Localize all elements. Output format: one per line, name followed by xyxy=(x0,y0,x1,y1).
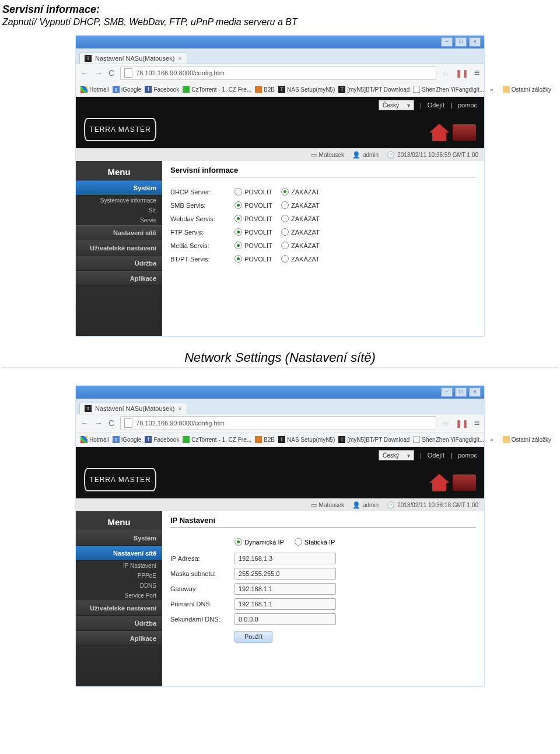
sidebar-item-netset[interactable]: Nastavení sítě xyxy=(76,546,162,561)
help-link[interactable]: pomoc xyxy=(458,452,477,459)
bookmark-star-icon[interactable]: ☆ xyxy=(442,68,450,78)
bookmark-igoogle[interactable]: giGoogle xyxy=(113,436,141,443)
sidebar-sub-net[interactable]: Síť xyxy=(76,205,162,215)
radio-enable[interactable]: POVOLIT xyxy=(235,228,281,236)
radio-enable[interactable]: POVOLIT xyxy=(235,255,281,263)
home-icon[interactable] xyxy=(429,474,449,491)
bookmark-hotmail[interactable]: Hotmail xyxy=(80,436,109,443)
ip-input[interactable]: 192.168.1.1 xyxy=(235,583,336,595)
sidebar-item-userset[interactable]: Uživatelské nastavení xyxy=(76,240,162,256)
sidebar-item-system[interactable]: Systém xyxy=(76,530,162,546)
radio-disable[interactable]: ZAKÁZAT xyxy=(281,201,328,209)
radio-disable[interactable]: ZAKÁZAT xyxy=(281,255,328,263)
home-icon[interactable] xyxy=(429,124,449,141)
language-select[interactable]: Český xyxy=(379,100,414,110)
radio-disable[interactable]: ZAKÁZAT xyxy=(281,242,328,249)
help-link[interactable]: pomoc xyxy=(458,102,477,109)
bookmark-cztorrent[interactable]: CzTorrent - 1. CZ Fre... xyxy=(183,436,251,443)
radio-enable[interactable]: POVOLIT xyxy=(235,242,281,249)
forward-button[interactable]: → xyxy=(94,68,103,78)
close-button[interactable]: × xyxy=(469,388,481,397)
bookmark-facebook[interactable]: fFacebook xyxy=(145,436,179,443)
ip-input[interactable]: 192.168.1.3 xyxy=(235,553,336,564)
bookmark-nassetup[interactable]: TNAS Setup(myN5) xyxy=(278,436,335,443)
bookmark-nassetup[interactable]: TNAS Setup(myN5) xyxy=(278,86,335,93)
radio-disable[interactable]: ZAKÁZAT xyxy=(281,188,328,196)
sidebar-item-system[interactable]: Systém xyxy=(76,180,162,196)
nas-icon: T xyxy=(338,436,345,443)
sidebar-sub-sysinfo[interactable]: Systémové informace xyxy=(76,196,162,205)
sidebar-sub-serviceport[interactable]: Service Port xyxy=(76,591,162,601)
minimize-button[interactable]: – xyxy=(441,388,453,397)
logout-link[interactable]: Odejít xyxy=(428,102,444,109)
apply-button[interactable]: Použít xyxy=(235,631,272,643)
tab-close-icon[interactable]: × xyxy=(178,55,181,62)
maximize-button[interactable]: □ xyxy=(455,388,467,397)
browser-tab[interactable]: T Nastavení NASu(Matousek) × xyxy=(79,53,187,64)
tab-close-icon[interactable]: × xyxy=(178,405,181,412)
browser-menu-icon[interactable]: ≡ xyxy=(474,418,480,428)
extensions-icon[interactable]: ❚❚ xyxy=(456,419,468,428)
bookmarks-overflow-icon[interactable]: » xyxy=(488,437,496,443)
sidebar-item-userset[interactable]: Uživatelské nastavení xyxy=(76,601,162,616)
sidebar-item-maint[interactable]: Údržba xyxy=(76,256,162,271)
bookmark-star-icon[interactable]: ☆ xyxy=(442,418,450,428)
radio-disable[interactable]: ZAKÁZAT xyxy=(281,228,328,236)
bookmark-facebook[interactable]: fFacebook xyxy=(145,86,179,93)
sidebar-item-apps[interactable]: Aplikace xyxy=(76,631,162,646)
bookmark-btpt[interactable]: T[myN5]BT/PT Download xyxy=(338,86,410,93)
bookmark-b2b[interactable]: B2B xyxy=(255,436,275,443)
ip-input[interactable]: 255.255.255.0 xyxy=(235,568,336,580)
ip-input[interactable]: 0.0.0.0 xyxy=(235,613,336,625)
url-input[interactable]: 78.102.166.90:8000/config.htm xyxy=(120,66,436,80)
sidebar-sub-ddns[interactable]: DDNS xyxy=(76,581,162,591)
ip-input[interactable]: 192.168.1.1 xyxy=(235,598,336,610)
reload-button[interactable]: C xyxy=(108,68,114,78)
page-icon xyxy=(124,68,132,78)
bookmark-hotmail[interactable]: Hotmail xyxy=(80,86,109,93)
bookmarks-bar: Hotmail giGoogle fFacebook CzTorrent - 1… xyxy=(76,82,484,97)
bookmark-b2b[interactable]: B2B xyxy=(255,86,275,93)
bookmark-cztorrent[interactable]: CzTorrent - 1. CZ Fre... xyxy=(183,86,251,93)
bookmarks-overflow-icon[interactable]: » xyxy=(488,86,496,93)
bookmark-shenzhen[interactable]: ShenZhen YiFangdigit... xyxy=(413,86,484,93)
file-manager-icon[interactable] xyxy=(453,474,476,491)
bookmark-btpt[interactable]: T[myN5]BT/PT Download xyxy=(338,436,410,443)
radio-enable[interactable]: POVOLIT xyxy=(235,188,281,196)
radio-enable[interactable]: POVOLIT xyxy=(235,201,281,209)
close-button[interactable]: × xyxy=(469,37,481,47)
sidebar-item-netset[interactable]: Nastavení sítě xyxy=(76,225,162,240)
logout-link[interactable]: Odejít xyxy=(428,452,444,459)
radio-enable[interactable]: POVOLIT xyxy=(235,215,281,222)
bookmark-shenzhen[interactable]: ShenZhen YiFangdigit... xyxy=(413,436,484,443)
service-row: SMB Servis:POVOLITZAKÁZAT xyxy=(170,201,476,209)
extensions-icon[interactable]: ❚❚ xyxy=(456,69,468,78)
topbar-divider: | xyxy=(420,452,422,459)
sidebar-item-maint[interactable]: Údržba xyxy=(76,616,162,631)
bookmark-other[interactable]: Ostatní záložky xyxy=(503,86,551,93)
url-input[interactable]: 78.102.166.90:8000/config.htm xyxy=(120,416,436,430)
radio-static-ip[interactable]: Statická IP xyxy=(295,538,335,546)
sidebar-item-apps[interactable]: Aplikace xyxy=(76,271,162,286)
browser-tab[interactable]: T Nastavení NASu(Matousek) × xyxy=(79,403,187,414)
bookmark-other[interactable]: Ostatní záložky xyxy=(503,436,551,443)
maximize-button[interactable]: □ xyxy=(455,37,467,47)
bookmark-label: B2B xyxy=(264,437,275,443)
reload-button[interactable]: C xyxy=(108,418,114,428)
forward-button[interactable]: → xyxy=(94,418,103,428)
bookmark-igoogle[interactable]: giGoogle xyxy=(113,86,141,93)
back-button[interactable]: ← xyxy=(80,68,89,78)
ip-label: Sekundární DNS: xyxy=(170,616,235,623)
radio-label: ZAKÁZAT xyxy=(291,256,320,263)
sidebar-sub-ipset[interactable]: IP Nastavení xyxy=(76,561,162,571)
sidebar-sub-service[interactable]: Servis xyxy=(76,215,162,225)
minimize-button[interactable]: – xyxy=(441,37,453,47)
browser-menu-icon[interactable]: ≡ xyxy=(474,68,480,78)
radio-disable[interactable]: ZAKÁZAT xyxy=(281,215,328,222)
language-select[interactable]: Český xyxy=(379,450,414,460)
back-button[interactable]: ← xyxy=(80,418,89,428)
file-manager-icon[interactable] xyxy=(453,124,476,141)
sidebar-sub-pppoe[interactable]: PPPoE xyxy=(76,571,162,581)
radio-dynamic-ip[interactable]: Dynamická IP xyxy=(235,538,284,546)
tab-title: Nastavení NASu(Matousek) xyxy=(95,405,174,412)
